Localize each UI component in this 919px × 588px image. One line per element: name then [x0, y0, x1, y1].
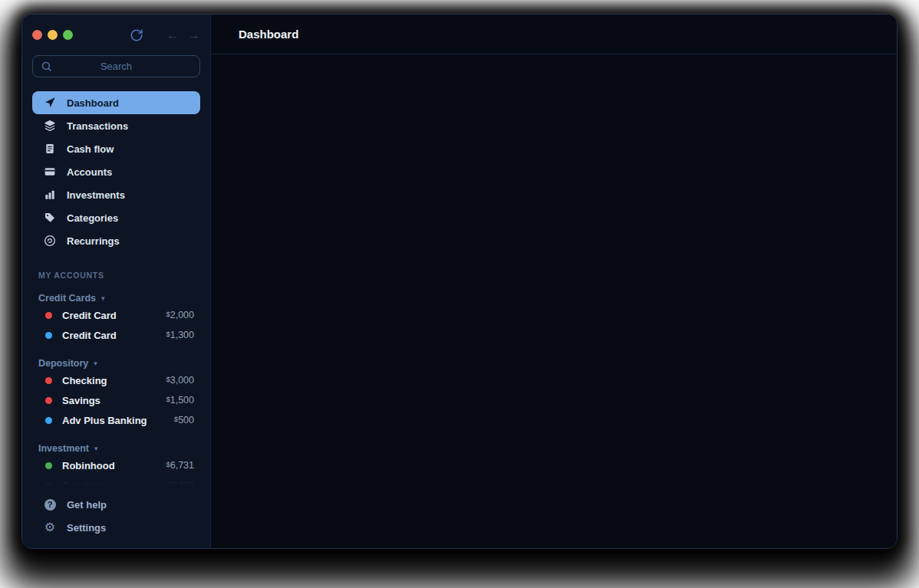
- account-dot: [45, 377, 52, 384]
- sidebar-item-investments[interactable]: Investments: [32, 183, 200, 206]
- titlebar-actions: ← →: [130, 28, 200, 42]
- currency-symbol: $: [174, 415, 178, 423]
- account-dot: [45, 312, 52, 319]
- nav-label: Dashboard: [67, 97, 119, 109]
- my-accounts-heading: MY ACCOUNTS: [32, 268, 200, 280]
- group-header-depository[interactable]: Depository ▾: [32, 356, 200, 370]
- footer-label: Settings: [67, 522, 106, 534]
- main-header: Dashboard: [211, 15, 897, 54]
- amount: 1,300: [170, 330, 194, 340]
- refresh-icon[interactable]: [130, 28, 143, 42]
- currency-symbol: $: [166, 460, 170, 468]
- main-content: [211, 54, 897, 548]
- account-dot: [45, 482, 52, 489]
- account-group-investment: Investment ▾ Robinhood $6,731 Coinbase $…: [32, 442, 200, 488]
- currency-symbol: $: [166, 395, 170, 403]
- gear-icon: ⚙: [44, 521, 56, 534]
- forward-arrow-icon[interactable]: →: [188, 29, 200, 41]
- currency-symbol: $: [166, 480, 170, 488]
- sidebar-footer: ? Get help ⚙ Settings: [32, 493, 200, 539]
- close-window-button[interactable]: [32, 30, 42, 40]
- chevron-down-icon: ▾: [94, 360, 97, 367]
- search-icon: [41, 61, 52, 72]
- window-titlebar: ← →: [22, 15, 210, 55]
- sidebar-item-categories[interactable]: Categories: [32, 206, 200, 229]
- main-area: Dashboard: [211, 15, 897, 548]
- account-row[interactable]: Coinbase $3,462: [32, 475, 200, 488]
- account-row[interactable]: Adv Plus Banking $500: [32, 410, 200, 430]
- search-input[interactable]: [32, 55, 200, 77]
- group-name: Investment: [38, 443, 89, 454]
- account-dot: [45, 332, 52, 339]
- amount: 1,500: [170, 395, 194, 406]
- account-name: Credit Card: [62, 310, 117, 321]
- nav-label: Cash flow: [67, 143, 114, 155]
- account-balance: $3,462: [166, 480, 194, 488]
- minimize-window-button[interactable]: [48, 30, 58, 40]
- account-name: Savings: [62, 395, 100, 406]
- account-dot: [45, 417, 52, 424]
- account-row[interactable]: Credit Card $2,000: [32, 305, 200, 325]
- account-balance: $500: [174, 415, 194, 425]
- search-box: [32, 55, 200, 77]
- sidebar-item-dashboard[interactable]: Dashboard: [32, 91, 200, 114]
- footer-label: Get help: [67, 499, 107, 511]
- account-balance: $1,500: [166, 395, 194, 406]
- group-header-investment[interactable]: Investment ▾: [32, 442, 200, 455]
- receipt-icon: [44, 143, 56, 155]
- my-accounts-section: MY ACCOUNTS Credit Cards ▾ Credit Card $…: [32, 268, 200, 488]
- get-help-button[interactable]: ? Get help: [32, 493, 200, 516]
- repeat-icon: [44, 235, 56, 247]
- nav-label: Accounts: [67, 166, 112, 178]
- back-arrow-icon[interactable]: ←: [166, 29, 179, 41]
- account-balance: $6,731: [166, 460, 194, 471]
- nav-label: Transactions: [67, 120, 128, 132]
- chevron-down-icon: ▾: [101, 294, 105, 302]
- chevron-down-icon: ▾: [94, 445, 98, 452]
- nav-label: Categories: [67, 212, 118, 224]
- account-name: Coinbase: [62, 480, 107, 489]
- layers-icon: [44, 120, 56, 132]
- sidebar-item-transactions[interactable]: Transactions: [32, 114, 200, 137]
- bar-chart-icon: [44, 189, 56, 201]
- account-dot: [45, 462, 52, 469]
- account-balance: $3,000: [166, 375, 194, 386]
- credit-card-icon: [44, 166, 56, 178]
- help-icon: ?: [44, 498, 56, 511]
- account-balance: $1,300: [166, 330, 194, 340]
- account-group-depository: Depository ▾ Checking $3,000 Savings $1,…: [32, 356, 200, 430]
- account-row[interactable]: Checking $3,000: [32, 370, 200, 390]
- tag-icon: [44, 212, 56, 224]
- account-name: Credit Card: [62, 330, 117, 341]
- amount: 3,000: [170, 375, 194, 386]
- account-row[interactable]: Savings $1,500: [32, 390, 200, 410]
- app-window: ← → Dashboard: [21, 14, 898, 549]
- sidebar-item-cashflow[interactable]: Cash flow: [32, 137, 200, 160]
- account-name: Adv Plus Banking: [62, 415, 147, 426]
- page-title: Dashboard: [239, 28, 298, 41]
- navigation-icon: [44, 97, 56, 109]
- amount: 500: [178, 415, 194, 425]
- account-group-credit-cards: Credit Cards ▾ Credit Card $2,000 Credit…: [32, 291, 200, 345]
- account-balance: $2,000: [166, 310, 194, 320]
- account-dot: [45, 397, 52, 404]
- account-row[interactable]: Robinhood $6,731: [32, 455, 200, 475]
- settings-button[interactable]: ⚙ Settings: [32, 516, 200, 539]
- nav-label: Investments: [67, 189, 125, 201]
- currency-symbol: $: [166, 375, 170, 383]
- sidebar-nav: Dashboard Transactions: [32, 91, 200, 252]
- group-name: Depository: [38, 358, 88, 369]
- account-name: Robinhood: [62, 460, 115, 471]
- amount: 2,000: [170, 310, 194, 320]
- nav-label: Recurrings: [67, 235, 120, 247]
- account-name: Checking: [62, 375, 107, 386]
- sidebar-item-recurrings[interactable]: Recurrings: [32, 229, 200, 252]
- group-name: Credit Cards: [38, 293, 96, 304]
- currency-symbol: $: [166, 310, 170, 318]
- amount: 6,731: [170, 460, 194, 471]
- sidebar-item-accounts[interactable]: Accounts: [32, 160, 200, 183]
- currency-symbol: $: [166, 330, 170, 338]
- group-header-credit-cards[interactable]: Credit Cards ▾: [32, 291, 200, 305]
- zoom-window-button[interactable]: [63, 30, 73, 40]
- account-row[interactable]: Credit Card $1,300: [32, 325, 200, 345]
